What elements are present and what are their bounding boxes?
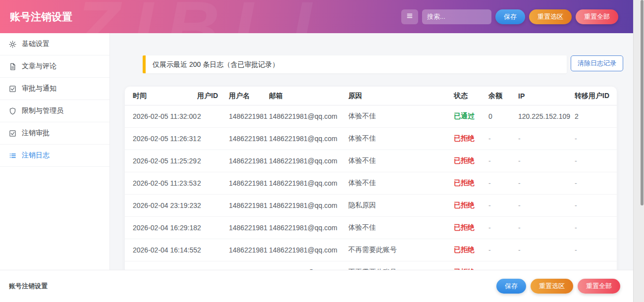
cell-reason: 体验不佳 (348, 105, 454, 128)
cell-username: 1486221981 (229, 195, 269, 217)
cell-balance: - (488, 239, 518, 261)
document-icon (9, 63, 16, 70)
cell-time: 2026-02-04 16:14:11 (125, 261, 197, 270)
check-square-icon (9, 130, 16, 137)
cell-user_id: 2 (197, 150, 229, 172)
sidebar-item-label: 限制与管理员 (22, 106, 63, 115)
cell-transfer_user_id: - (575, 195, 617, 217)
column-header: 邮箱 (269, 87, 348, 105)
reset-selection-button[interactable]: 重置选区 (529, 9, 572, 24)
cell-email: 1486221981@qq.com (269, 239, 348, 261)
cell-username: 1486221981 (229, 217, 269, 239)
cell-ip: - (518, 261, 575, 270)
sidebar-item-label: 审批与通知 (22, 84, 56, 93)
sidebar-item-approval-notify[interactable]: 审批与通知 (0, 78, 109, 100)
vertical-scrollbar (633, 0, 644, 302)
footer-bar: 账号注销设置 保存 重置选区 重置全部 (0, 270, 633, 302)
search-input[interactable] (422, 9, 491, 24)
cell-ip: - (518, 239, 575, 261)
cell-time: 2026-02-05 11:25:29 (125, 150, 197, 172)
cell-time: 2026-02-05 11:32:00 (125, 105, 197, 128)
table-row: 2026-02-05 11:25:29214862219811486221981… (125, 150, 617, 172)
table-row: 2026-02-04 16:29:18214862219811486221981… (125, 217, 617, 239)
column-header: 用户ID (197, 87, 229, 105)
list-icon (406, 12, 413, 21)
cell-status: 已拒绝 (454, 239, 488, 261)
cell-ip: - (518, 172, 575, 195)
cell-balance: - (488, 261, 518, 270)
cell-transfer_user_id: - (575, 172, 617, 195)
cell-balance: - (488, 172, 518, 195)
cell-reason: 体验不佳 (348, 172, 454, 195)
cell-transfer_user_id: - (575, 128, 617, 150)
list-toggle-button[interactable] (401, 9, 418, 24)
cell-username: 1486221981 (229, 261, 269, 270)
cell-balance: - (488, 195, 518, 217)
table-row: 2026-02-05 11:32:00214862219811486221981… (125, 105, 617, 128)
cell-balance: - (488, 217, 518, 239)
sidebar-item-cancel-approval[interactable]: 注销审批 (0, 122, 109, 145)
sidebar-item-cancel-logs[interactable]: 注销日志 (0, 145, 109, 167)
app-window: ZIBLL 账号注销设置 保存 重置选区 重置全部 (0, 0, 633, 302)
cell-time: 2026-02-05 11:23:53 (125, 172, 197, 195)
cell-user_id: 2 (197, 172, 229, 195)
cell-status: 已通过 (454, 105, 488, 128)
sidebar-item-posts-comments[interactable]: 文章与评论 (0, 55, 109, 78)
cell-reason: 隐私原因 (348, 195, 454, 217)
sidebar-item-label: 注销日志 (22, 151, 50, 160)
scrollbar-thumb[interactable] (641, 0, 644, 205)
cell-username: 1486221981 (229, 150, 269, 172)
page-title: 账号注销设置 (10, 10, 72, 24)
cell-email: 1486221981@qq.com (269, 128, 348, 150)
cell-status: 已拒绝 (454, 150, 488, 172)
cell-email: 1486221981@qq.com (269, 105, 348, 128)
column-header: IP (518, 87, 575, 105)
cell-ip: - (518, 195, 575, 217)
sidebar-item-limits-admin[interactable]: 限制与管理员 (0, 100, 109, 122)
cell-transfer_user_id: 2 (575, 105, 617, 128)
cell-transfer_user_id: - (575, 261, 617, 270)
cell-user_id: 2 (197, 128, 229, 150)
table-body: 2026-02-05 11:32:00214862219811486221981… (125, 105, 617, 270)
reset-all-button[interactable]: 重置全部 (576, 9, 618, 24)
sidebar-item-basic-settings[interactable]: 基础设置 (0, 33, 109, 55)
footer-save-button[interactable]: 保存 (496, 279, 526, 294)
sidebar-item-label: 基础设置 (22, 40, 50, 49)
cell-ip: - (518, 217, 575, 239)
cell-reason: 不再需要此账号 (348, 239, 454, 261)
page: ZIBLL 账号注销设置 保存 重置选区 重置全部 (0, 0, 644, 302)
cell-reason: 体验不佳 (348, 217, 454, 239)
save-button[interactable]: 保存 (495, 9, 525, 24)
check-square-icon (9, 85, 16, 93)
cell-email: 1486221981@qq.com (269, 217, 348, 239)
footer-title: 账号注销设置 (9, 282, 48, 291)
cell-ip: 120.225.152.109 (518, 105, 575, 128)
cell-balance: - (488, 150, 518, 172)
footer-reset-all-button[interactable]: 重置全部 (578, 279, 620, 294)
column-header: 余额 (488, 87, 518, 105)
footer-reset-selection-button[interactable]: 重置选区 (531, 279, 573, 294)
column-header: 原因 (348, 87, 454, 105)
cell-time: 2026-02-04 16:29:18 (125, 217, 197, 239)
cell-time: 2026-02-05 11:26:31 (125, 128, 197, 150)
cell-username: 1486221981 (229, 172, 269, 195)
shield-icon (9, 107, 16, 115)
cell-status: 已拒绝 (454, 172, 488, 195)
notice-row: 仅展示最近 200 条日志（含已审批记录） 清除日志记录 (125, 55, 623, 73)
logs-table: 时间用户ID用户名邮箱原因状态余额IP转移用户ID 2026-02-05 11:… (125, 87, 617, 270)
cell-user_id: 2 (197, 239, 229, 261)
clear-logs-button[interactable]: 清除日志记录 (571, 55, 623, 71)
cell-status: 已拒绝 (454, 128, 488, 150)
header-bar: ZIBLL 账号注销设置 保存 重置选区 重置全部 (0, 0, 633, 33)
cell-reason: 不再需要此账号 (348, 261, 454, 270)
cell-balance: 0 (488, 105, 518, 128)
list-icon (9, 152, 16, 159)
cell-balance: - (488, 128, 518, 150)
cell-username: 1486221981 (229, 128, 269, 150)
body-region: 基础设置 文章与评论 审批与通知 (0, 33, 633, 270)
footer-actions: 保存 重置选区 重置全部 (496, 279, 620, 294)
table-header: 时间用户ID用户名邮箱原因状态余额IP转移用户ID (125, 87, 617, 105)
cell-reason: 体验不佳 (348, 150, 454, 172)
cell-transfer_user_id: - (575, 239, 617, 261)
cell-email: 1486221981@qq.com (269, 195, 348, 217)
